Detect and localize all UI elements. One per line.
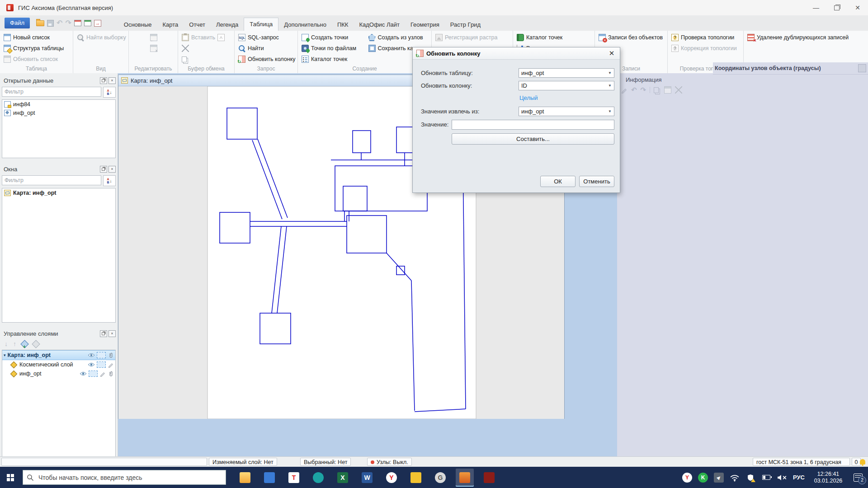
column-type-link[interactable]: Целый (519, 94, 538, 101)
redo-icon[interactable]: ↷ (641, 86, 646, 94)
move-layer-up-icon[interactable]: ↑ (13, 341, 16, 347)
tab-tablitsa[interactable]: Таблица (244, 18, 278, 31)
tab-pkk[interactable]: ПКК (332, 19, 354, 31)
points-catalog-button[interactable]: Каталог точек (300, 54, 364, 65)
tray-yandex-icon[interactable]: Y (682, 473, 692, 483)
dialog-close-icon[interactable]: ✕ (607, 49, 616, 57)
records-without-objects-button[interactable]: Записи без объектов (597, 32, 666, 43)
copy-button[interactable] (180, 54, 233, 65)
find-selection-button[interactable]: Найти выборку (75, 32, 127, 43)
panel-menu-icon[interactable] (858, 64, 866, 72)
taskbar-app-red[interactable] (480, 469, 498, 487)
taskbar-app-gimp[interactable]: G (431, 469, 449, 487)
taskbar-app-axioma[interactable] (456, 469, 474, 487)
visibility-eye-icon[interactable] (88, 352, 95, 358)
close-button[interactable]: ✕ (847, 0, 868, 15)
list-item[interactable]: инф_opt (2, 108, 115, 117)
new-table-icon[interactable] (74, 20, 81, 26)
maximize-button[interactable] (826, 0, 847, 15)
tab-dopolnitelno[interactable]: Дополнительно (278, 19, 332, 31)
taskbar-app-word[interactable]: W (358, 469, 376, 487)
points-from-files-button[interactable]: Точки по файлам (300, 43, 364, 54)
edit-pencil-icon[interactable] (99, 371, 106, 377)
close-panel-icon[interactable]: × (108, 330, 116, 337)
paperclip-icon[interactable] (108, 371, 114, 377)
dialog-titlebar[interactable]: Обновить колонку ✕ (413, 47, 620, 60)
taskbar-app-blue[interactable] (260, 469, 278, 487)
status-editable-layer[interactable]: Изменяемый слой: Нет (209, 458, 277, 466)
bell-icon[interactable] (860, 459, 865, 466)
volume-muted-icon[interactable] (777, 473, 787, 483)
window-titlebar[interactable]: ГИС Аксиома (Бесплатная версия) — ✕ (0, 0, 868, 15)
layer-checkbox[interactable] (97, 361, 106, 368)
table-structure-button[interactable]: Структура таблицы (2, 43, 72, 54)
language-indicator[interactable]: РУС (793, 474, 805, 481)
open-data-filter-input[interactable] (2, 87, 101, 97)
taskbar-app-teal[interactable] (309, 469, 327, 487)
open-table-icon[interactable] (84, 20, 91, 26)
windows-filter-input[interactable] (2, 175, 101, 185)
visibility-eye-icon[interactable] (88, 362, 95, 367)
points-catalog-2-button[interactable]: Каталог точек (515, 32, 594, 43)
create-from-nodes-button[interactable]: Создать из узлов (367, 32, 431, 43)
sql-query-button[interactable]: SQL-запрос (236, 32, 297, 43)
layer-row-map[interactable]: ▾ Карта: инф_opt (2, 350, 115, 360)
topology-fix-button[interactable]: Коррекция топологии (670, 43, 742, 54)
layer-row-inf-opt[interactable]: инф_opt (2, 369, 115, 378)
cut-button[interactable] (180, 43, 233, 54)
tab-otchet[interactable]: Отчет (184, 19, 211, 31)
value-input[interactable] (452, 120, 614, 130)
tray-arrow-icon[interactable]: ▶ (714, 473, 724, 483)
tab-osnovnye[interactable]: Основные (118, 19, 157, 31)
delete-icon[interactable] (675, 86, 682, 94)
redo-icon[interactable]: ↷ (65, 19, 71, 27)
list-item[interactable]: инф84 (2, 100, 115, 108)
start-button[interactable] (0, 467, 21, 488)
new-list-button[interactable]: Новый список (2, 32, 72, 43)
undo-icon[interactable]: ↶ (57, 19, 62, 27)
ok-button[interactable]: ОК (540, 176, 576, 187)
security-shield-icon[interactable] (745, 473, 755, 483)
taskbar-app-yandex[interactable]: Y (382, 469, 401, 487)
taskbar-app-t[interactable]: T (285, 469, 303, 487)
layer-row-cosmetic[interactable]: Косметический слой (2, 360, 115, 369)
tab-karta[interactable]: Карта (157, 19, 184, 31)
close-panel-icon[interactable]: × (108, 166, 116, 173)
open-icon[interactable] (36, 20, 44, 26)
file-menu-button[interactable]: Файл (5, 18, 30, 28)
status-nodes[interactable]: Узлы: Выкл. (367, 458, 412, 466)
move-layer-down-icon[interactable]: ↓ (5, 341, 8, 347)
taskbar-app-explorer[interactable] (236, 469, 254, 487)
status-selected[interactable]: Выбранный: Нет (300, 458, 351, 466)
float-panel-icon[interactable] (100, 330, 107, 337)
remove-duplicates-button[interactable]: Удаление дублирующихся записей (745, 32, 864, 43)
compose-button[interactable]: Составить... (452, 133, 614, 145)
layer-checkbox[interactable] (89, 371, 98, 377)
battery-icon[interactable] (761, 473, 771, 483)
coords-panel-header[interactable]: Координаты узлов объекта (градусы) (713, 62, 868, 75)
delete-records-button[interactable] (131, 43, 177, 54)
float-panel-icon[interactable] (100, 77, 107, 84)
search-input[interactable] (38, 474, 226, 482)
edit-pencil-icon[interactable] (108, 361, 114, 368)
source-select[interactable]: инф_opt▼ (519, 107, 614, 116)
undo-icon[interactable]: ↶ (631, 86, 637, 94)
layer-checkbox[interactable] (97, 352, 106, 358)
taskbar-clock[interactable]: 12:26:41 03.01.2026 (811, 471, 846, 484)
wifi-icon[interactable] (730, 473, 740, 483)
copy-icon[interactable] (654, 87, 659, 93)
tab-rastr-grid[interactable]: Растр Грид (445, 19, 486, 31)
paperclip-icon[interactable] (108, 352, 114, 359)
tab-legenda[interactable]: Легенда (211, 19, 244, 31)
raster-registration-button[interactable]: Регистрация растра (434, 32, 512, 43)
update-table-select[interactable]: инф_opt▼ (519, 68, 614, 78)
paste-button[interactable]: Вставить (180, 32, 233, 43)
float-panel-icon[interactable] (100, 166, 107, 173)
taskbar-app-yellow[interactable] (407, 469, 425, 487)
visibility-eye-icon[interactable] (80, 371, 87, 376)
save-icon[interactable] (47, 20, 54, 27)
taskbar-search[interactable] (23, 470, 226, 485)
collapse-node-icon[interactable]: ▾ (4, 353, 6, 357)
export-icon[interactable]: → (94, 20, 101, 27)
create-points-button[interactable]: Создать точки (300, 32, 364, 43)
